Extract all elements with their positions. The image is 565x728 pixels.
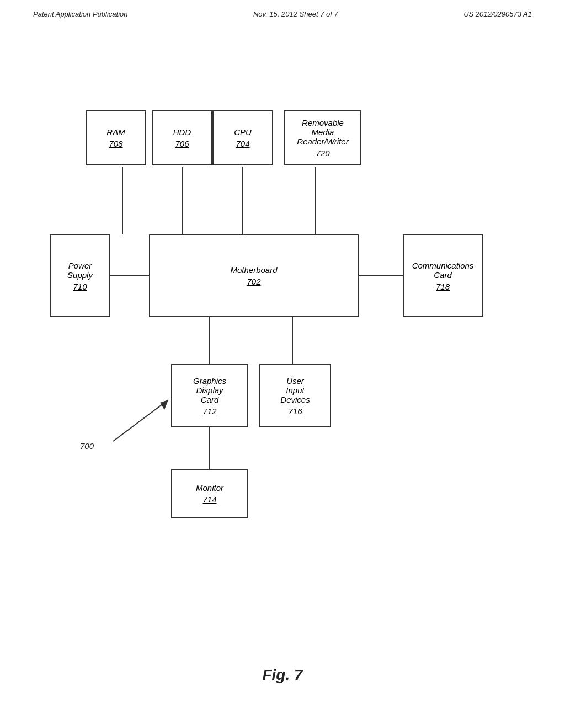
diagram-area: RAM 708 HDD 706 CPU 704 Removable Media … (0, 77, 565, 574)
page-header: Patent Application Publication Nov. 15, … (0, 0, 565, 18)
communications-label: Communications Card (412, 261, 474, 280)
header-left: Patent Application Publication (33, 10, 128, 18)
header-middle: Nov. 15, 2012 Sheet 7 of 7 (253, 10, 338, 18)
connectors-svg (0, 77, 565, 574)
monitor-box: Monitor 714 (171, 469, 248, 518)
graphics-label: Graphics Display Card (193, 376, 226, 404)
svg-marker-10 (160, 400, 168, 410)
communications-ref: 718 (436, 282, 450, 291)
motherboard-box: Motherboard 702 (149, 234, 359, 317)
user-input-label: User Input Devices (280, 376, 310, 404)
power-supply-label: Power Supply (67, 261, 93, 280)
hdd-ref: 706 (175, 139, 189, 148)
power-supply-ref: 710 (73, 282, 87, 291)
user-input-box: User Input Devices 716 (259, 364, 331, 427)
cpu-label: CPU (234, 127, 252, 137)
figure-label: Fig. 7 (262, 666, 302, 684)
monitor-label: Monitor (196, 483, 223, 493)
removable-label: Removable Media Reader/Writer (297, 118, 348, 146)
hdd-label: HDD (173, 127, 191, 137)
user-input-ref: 716 (288, 406, 302, 416)
motherboard-label: Motherboard (230, 265, 277, 275)
monitor-ref: 714 (202, 495, 216, 504)
hdd-box: HDD 706 (152, 110, 212, 165)
header-right: US 2012/0290573 A1 (463, 10, 532, 18)
cpu-box: CPU 704 (212, 110, 273, 165)
graphics-ref: 712 (202, 406, 216, 416)
cpu-ref: 704 (236, 139, 249, 148)
ram-box: RAM 708 (86, 110, 146, 165)
svg-line-9 (113, 400, 168, 441)
motherboard-ref: 702 (247, 277, 260, 286)
ram-ref: 708 (109, 139, 122, 148)
communications-box: Communications Card 718 (403, 234, 483, 317)
removable-ref: 720 (316, 148, 329, 158)
arrow-label-700: 700 (80, 441, 94, 451)
power-supply-box: Power Supply 710 (50, 234, 110, 317)
graphics-box: Graphics Display Card 712 (171, 364, 248, 427)
ram-label: RAM (106, 127, 125, 137)
removable-box: Removable Media Reader/Writer 720 (284, 110, 361, 165)
